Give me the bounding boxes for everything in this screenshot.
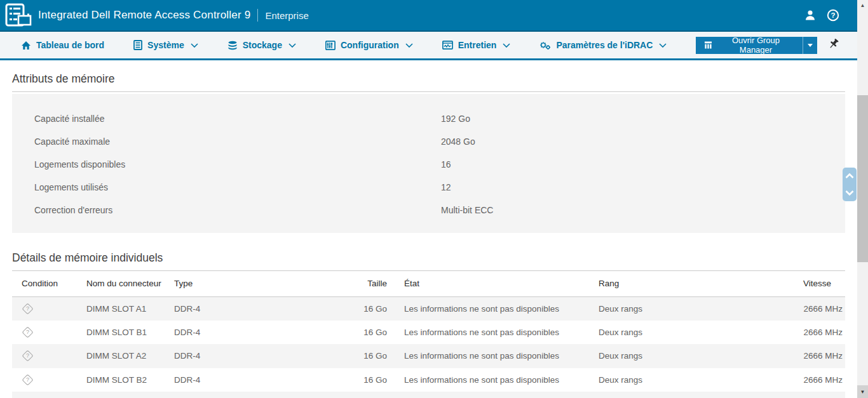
size-cell: 16 Go <box>323 392 387 398</box>
app-header: Integrated Dell Remote Access Controller… <box>0 0 857 30</box>
idrac-logo-icon <box>5 3 32 27</box>
help-icon[interactable]: ? <box>827 9 839 22</box>
scrollbar-down-button[interactable]: ▼ <box>857 385 868 398</box>
status-unknown-icon: ? <box>22 374 33 385</box>
type-cell: DDR-4 <box>165 344 323 368</box>
main-nav: Tableau de bord Système Stockage <box>0 30 857 60</box>
memory-attributes-panel: Capacité installée192 GoCapacité maximal… <box>12 94 845 233</box>
rank-cell: Deux rangs <box>580 344 788 368</box>
size-cell: 16 Go <box>323 368 387 392</box>
app-title: Integrated Dell Remote Access Controller… <box>38 9 250 22</box>
state-cell: Les informations ne sont pas disponibles <box>387 392 580 398</box>
rank-cell: Deux rangs <box>580 321 788 345</box>
attribute-value: 2048 Go <box>441 136 475 147</box>
chevron-down-icon <box>503 43 510 48</box>
chevron-down-icon <box>288 43 296 48</box>
group-manager-button-group: Ouvrir Group Manager <box>696 37 817 54</box>
memory-details-title: Détails de mémoire individuels <box>12 251 845 271</box>
configuration-icon <box>325 41 336 50</box>
attribute-value: 12 <box>441 182 451 192</box>
table-row: ?DIMM SLOT B1DDR-416 GoLes informations … <box>12 321 845 345</box>
connector-cell: DIMM SLOT A3 <box>77 392 165 398</box>
status-unknown-icon: ? <box>22 350 33 362</box>
table-row: ?DIMM SLOT A3DDR-416 GoLes informations … <box>12 392 845 398</box>
table-header-row: ConditionNom du connecteurTypeTailleÉtat… <box>12 271 845 296</box>
column-header: État <box>387 271 580 296</box>
nav-item-configuration[interactable]: Configuration <box>325 40 413 50</box>
speed-cell: 2666 MHz <box>788 392 845 398</box>
pin-nav-icon[interactable] <box>828 38 839 52</box>
app-edition: Enterprise <box>265 10 308 21</box>
state-cell: Les informations ne sont pas disponibles <box>387 344 580 368</box>
memory-attribute-row: Correction d'erreursMulti-bit ECC <box>12 199 845 222</box>
memory-details-section: Détails de mémoire individuels Condition… <box>12 251 845 398</box>
connector-cell: DIMM SLOT B2 <box>77 368 165 392</box>
speed-cell: 2666 MHz <box>788 368 845 392</box>
connector-cell: DIMM SLOT B1 <box>77 321 165 345</box>
column-header: Nom du connecteur <box>77 271 165 296</box>
column-header: Rang <box>580 271 788 296</box>
title-separator <box>257 9 258 22</box>
home-icon <box>21 41 31 50</box>
scroll-down-icon[interactable] <box>845 190 854 196</box>
table-row: ?DIMM SLOT A2DDR-416 GoLes informations … <box>12 344 845 368</box>
attribute-label: Logements utilisés <box>12 182 441 192</box>
connector-cell: DIMM SLOT A2 <box>77 344 165 368</box>
attribute-value: Multi-bit ECC <box>441 205 493 215</box>
speed-cell: 2666 MHz <box>788 321 845 345</box>
table-row: ?DIMM SLOT A1DDR-416 GoLes informations … <box>12 296 845 321</box>
table-row: ?DIMM SLOT B2DDR-416 GoLes informations … <box>12 368 845 392</box>
column-header: Vitesse <box>788 271 845 296</box>
vertical-scrollbar[interactable]: ▲ ▼ <box>857 0 868 398</box>
chevron-down-icon <box>405 43 413 48</box>
column-header: Condition <box>12 271 77 296</box>
condition-cell: ? <box>12 344 77 368</box>
size-cell: 16 Go <box>323 296 387 321</box>
attribute-value: 16 <box>441 159 451 169</box>
svg-text:?: ? <box>831 11 835 19</box>
chevron-down-icon <box>191 43 198 48</box>
column-header: Type <box>165 271 323 296</box>
memory-attribute-row: Capacité installée192 Go <box>12 107 845 130</box>
caret-down-icon <box>808 44 813 47</box>
scroll-up-icon[interactable] <box>845 173 854 179</box>
status-unknown-icon: ? <box>22 303 33 314</box>
status-unknown-icon: ? <box>22 326 33 338</box>
type-cell: DDR-4 <box>165 296 323 321</box>
rank-cell: Deux rangs <box>580 392 788 398</box>
open-group-manager-button[interactable]: Ouvrir Group Manager <box>696 37 802 54</box>
storage-icon <box>227 41 238 50</box>
attribute-value: 192 Go <box>441 114 470 124</box>
nav-item-system[interactable]: Système <box>133 40 198 50</box>
nav-item-maintenance[interactable]: Entretien <box>442 40 511 50</box>
nav-item-dashboard[interactable]: Tableau de bord <box>21 40 104 50</box>
attribute-label: Correction d'erreurs <box>12 205 441 215</box>
condition-cell: ? <box>12 321 77 345</box>
type-cell: DDR-4 <box>165 368 323 392</box>
idrac-settings-icon <box>539 41 551 50</box>
page-scroll-widget[interactable] <box>843 168 857 201</box>
scrollbar-thumb[interactable] <box>857 95 868 262</box>
chevron-down-icon <box>659 43 667 48</box>
memory-attribute-row: Capacité maximale2048 Go <box>12 130 845 153</box>
attribute-label: Capacité maximale <box>12 136 441 147</box>
memory-attribute-row: Logements disponibles16 <box>12 153 845 176</box>
group-manager-dropdown-button[interactable] <box>803 37 817 54</box>
maintenance-icon <box>442 41 453 50</box>
speed-cell: 2666 MHz <box>788 344 845 368</box>
state-cell: Les informations ne sont pas disponibles <box>387 368 580 392</box>
nav-item-storage[interactable]: Stockage <box>227 40 296 50</box>
state-cell: Les informations ne sont pas disponibles <box>387 321 580 345</box>
nav-item-idrac-settings[interactable]: Paramètres de l'iDRAC <box>539 40 667 50</box>
column-header: Taille <box>323 271 387 296</box>
user-icon[interactable] <box>804 9 817 22</box>
scrollbar-up-button[interactable]: ▲ <box>857 0 868 11</box>
size-cell: 16 Go <box>323 344 387 368</box>
group-manager-icon <box>704 41 712 50</box>
condition-cell: ? <box>12 296 77 321</box>
condition-cell: ? <box>12 392 77 398</box>
memory-attributes-section: Attributs de mémoire Capacité installée1… <box>12 72 845 233</box>
main-content: Attributs de mémoire Capacité installée1… <box>0 60 857 398</box>
rank-cell: Deux rangs <box>580 296 788 321</box>
size-cell: 16 Go <box>323 321 387 345</box>
